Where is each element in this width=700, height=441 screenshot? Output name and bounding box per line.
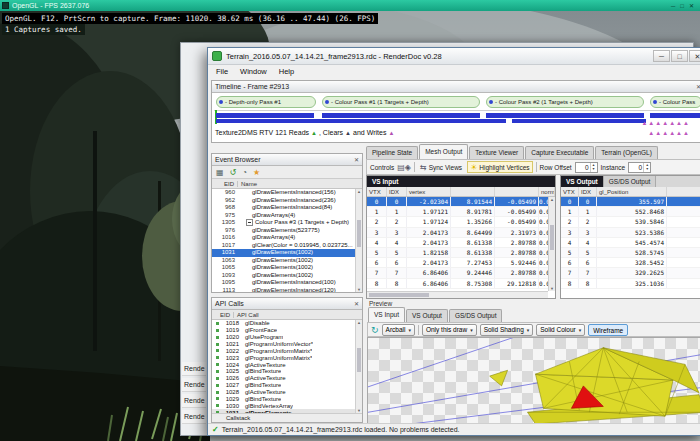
menu-help[interactable]: Help <box>273 67 300 76</box>
vs-output-row[interactable]: 55528.5745 <box>561 248 700 258</box>
open-icon[interactable]: ▤ <box>397 163 405 172</box>
mesh-viewport[interactable] <box>367 337 700 425</box>
close-icon[interactable]: ✕ <box>354 300 359 307</box>
vs-input-title[interactable]: VS Input <box>367 176 555 187</box>
vs-input-row[interactable]: 442.041738.613382.897880.00 <box>367 238 548 248</box>
scroll-down-icon[interactable]: ▼ <box>356 287 362 292</box>
stepper-arrows[interactable]: ▴▾ <box>590 163 597 172</box>
vs-input-column-header[interactable]: VTX <box>367 187 387 196</box>
event-row[interactable]: 962glDrawElementsInstanced(236) <box>212 197 362 205</box>
timeline-body[interactable]: - Depth-only Pass #1- Colour Pass #1 (1 … <box>212 93 700 142</box>
event-row[interactable]: 960glDrawElementsInstanced(156) <box>212 189 362 197</box>
api-call-row[interactable]: 1026glActiveTexture <box>212 375 362 382</box>
timeline-pass[interactable]: - Colour Pass <box>650 96 700 108</box>
vs-input-row[interactable]: 551.821588.613382.897880.00 <box>367 248 548 258</box>
tab-texture-viewer[interactable]: Texture Viewer <box>469 146 524 159</box>
api-call-row[interactable]: 1021glProgramUniformVector* <box>212 341 362 348</box>
event-row[interactable]: 1031glDrawElements(1002) <box>212 249 362 257</box>
vs-input-row[interactable]: 221.971241.35266-0.054990.00 <box>367 217 548 227</box>
vs-input-column-header[interactable]: normal <box>539 187 555 196</box>
tab-pipeline-state[interactable]: Pipeline State <box>366 146 418 159</box>
vs-output-row[interactable]: 66328.5452 <box>561 258 700 268</box>
api-call-row[interactable]: 1025glBindTexture <box>212 368 362 375</box>
time-icon[interactable]: ◔ <box>242 167 247 178</box>
event-row[interactable]: 1095glDrawElementsInstanced(100) <box>212 279 362 287</box>
close-icon[interactable]: ✕ <box>696 83 700 90</box>
camera-icon[interactable]: ◈ <box>405 163 411 172</box>
scroll-up-icon[interactable]: ▲ <box>356 189 362 194</box>
renderdoc-titlebar[interactable]: Terrain_2016.05.07_14.14.21_frame2913.rd… <box>208 48 700 65</box>
vs-input-column-header[interactable]: IDX <box>387 187 407 196</box>
scrollbar-vertical[interactable]: ▲ ▼ <box>548 197 555 291</box>
maximize-button[interactable]: □ <box>671 50 688 62</box>
vs-input-column-header[interactable] <box>451 187 495 196</box>
vs-input-row[interactable]: 00-2.023048.91544-0.054990.00 <box>367 197 548 207</box>
scrollbar-thumb[interactable] <box>357 348 361 372</box>
preview-tab-gs-ds-output[interactable]: GS/DS Output <box>449 309 503 322</box>
event-browser-header[interactable]: Event Browser ✕ <box>212 154 362 166</box>
api-call-row[interactable]: 1024glActiveTexture <box>212 361 362 368</box>
tab-mesh-output[interactable]: Mesh Output <box>419 144 468 159</box>
sync-views-button[interactable]: ⇆ Sync Views <box>418 161 464 173</box>
event-row[interactable]: 1305Colour Pass #3 (1 Targets + Depth) <box>212 219 362 227</box>
menu-file[interactable]: File <box>210 67 234 76</box>
event-row[interactable]: 975glDrawArrays(4) <box>212 212 362 220</box>
timeline-pass[interactable]: - Colour Pass #2 (1 Targets + Depth) <box>486 96 644 108</box>
instance-value[interactable]: 0 <box>629 163 643 172</box>
highlight-vertices-toggle[interactable]: ☀ Highlight Vertices <box>467 161 532 173</box>
column-header-eid[interactable]: EID <box>212 181 238 187</box>
api-call-row[interactable]: 1031glDrawElements <box>212 409 362 413</box>
timeline-panel-header[interactable]: Timeline - Frame #2913 ✕ <box>212 81 700 93</box>
minimize-button[interactable]: ─ <box>671 1 675 11</box>
row-offset-stepper[interactable]: 0 ▴▾ <box>575 162 598 173</box>
vs-input-column-header[interactable] <box>495 187 539 196</box>
event-row[interactable]: 968glDrawElementsInstanced(84) <box>212 204 362 212</box>
event-row[interactable]: 1065glDrawElements(1002) <box>212 264 362 272</box>
vs-input-row[interactable]: 662.041737.274535.924460.00 <box>367 258 548 268</box>
vs-input-row[interactable]: 776.864069.244462.897880.00 <box>367 268 548 278</box>
tab-terrain-opengl-[interactable]: Terrain (OpenGL) <box>595 146 658 159</box>
refresh-icon[interactable]: ↺ <box>230 167 237 178</box>
column-header-api-call[interactable]: API Call <box>234 312 259 318</box>
timeline-pass[interactable]: - Colour Pass #1 (1 Targets + Depth) <box>322 96 480 108</box>
stepper-arrows[interactable]: ▴▾ <box>643 163 650 172</box>
wireframe-toggle[interactable]: Wireframe <box>588 324 628 336</box>
vs-input-row[interactable]: 332.041738.644992.319730.00 <box>367 228 548 238</box>
event-row[interactable]: 976glDrawElements(523775) <box>212 227 362 235</box>
scrollbar-thumb[interactable] <box>550 225 554 249</box>
callstack-footer[interactable]: Callstack <box>212 413 362 422</box>
tab-gs-ds-output[interactable]: GS/DS Output <box>604 176 657 187</box>
vs-output-row[interactable]: 44545.4574 <box>561 238 700 248</box>
event-row[interactable]: 1093glDrawElements(1002) <box>212 272 362 280</box>
event-row[interactable]: 1017glClear(Color = 0.019945, 0.023725..… <box>212 242 362 250</box>
tab-capture-executable[interactable]: Capture Executable <box>525 146 594 159</box>
tab-vs-output[interactable]: VS Output <box>561 176 604 187</box>
vs-output-row[interactable]: 00355.597 <box>561 197 700 207</box>
close-button[interactable]: ✕ <box>689 1 694 11</box>
scrollbar-vertical[interactable]: ▲ ▼ <box>355 189 362 292</box>
column-header-name[interactable]: Name <box>238 181 257 187</box>
vs-output-row[interactable]: 22539.5846 <box>561 217 700 227</box>
draw-filter-dropdown[interactable]: Only this draw ▾ <box>422 324 477 336</box>
api-call-row[interactable]: 1028glActiveTexture <box>212 389 362 396</box>
vs-input-row[interactable]: 886.864068.7530829.128180.00 <box>367 279 548 289</box>
vs-input-row[interactable]: 111.971218.91781-0.054990.00 <box>367 207 548 217</box>
event-row[interactable]: 1063glDrawElements(1002) <box>212 257 362 265</box>
api-call-row[interactable]: 1020glUseProgram <box>212 334 362 341</box>
vs-input-column-header[interactable]: vertex <box>407 187 451 196</box>
api-call-row[interactable]: 1018glDisable <box>212 320 362 327</box>
shading-mode-dropdown[interactable]: Solid Shading ▾ <box>480 324 534 336</box>
instance-stepper[interactable]: 0 ▴▾ <box>628 162 651 173</box>
vs-output-column-header[interactable]: IDX <box>579 187 597 196</box>
vs-output-column-header[interactable]: gl_Position <box>597 187 667 196</box>
colour-mode-dropdown[interactable]: Solid Colour ▾ <box>536 324 585 336</box>
scrollbar-vertical[interactable]: ▲ ▼ <box>355 320 362 413</box>
scrollbar-horizontal[interactable] <box>367 291 548 298</box>
vs-output-row[interactable]: 11552.8468 <box>561 207 700 217</box>
vs-output-column-header[interactable]: VTX <box>561 187 579 196</box>
column-header-eid[interactable]: EID <box>212 312 234 318</box>
scroll-up-icon[interactable]: ▲ <box>356 320 362 325</box>
scroll-down-icon[interactable]: ▼ <box>356 408 362 413</box>
row-offset-value[interactable]: 0 <box>576 163 590 172</box>
close-button[interactable]: ✕ <box>689 50 700 62</box>
